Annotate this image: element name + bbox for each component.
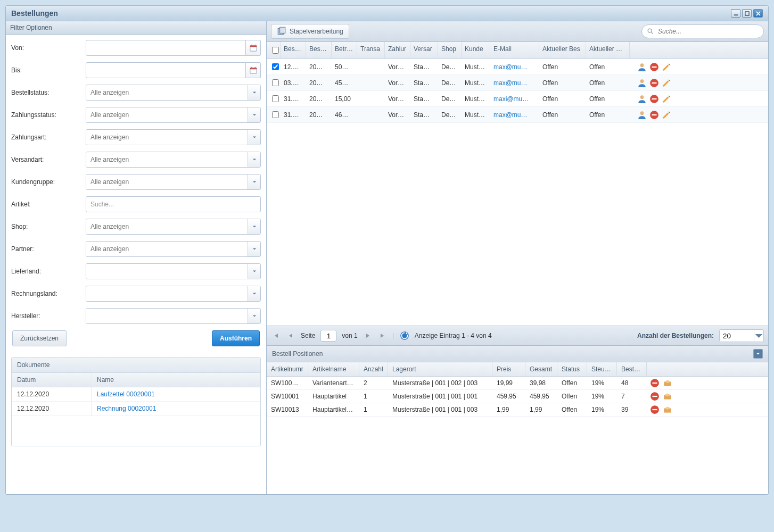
pcol-loc[interactable]: Lagerort <box>388 362 492 376</box>
col-transaktion[interactable]: Transa <box>357 42 385 59</box>
combo-zahlungsart[interactable] <box>86 129 261 145</box>
combo-bestellstatus-input[interactable] <box>86 85 248 100</box>
delete-icon[interactable] <box>650 405 660 414</box>
pager-last[interactable] <box>378 331 388 340</box>
select-all-checkbox[interactable] <box>272 47 279 54</box>
chevron-down-icon[interactable] <box>248 152 260 167</box>
search-field[interactable] <box>641 24 764 38</box>
open-article-icon[interactable] <box>663 392 672 401</box>
combo-shop[interactable] <box>86 219 261 235</box>
open-article-icon[interactable] <box>663 378 672 388</box>
cell-email[interactable]: max@mu… <box>490 109 539 121</box>
pcol-total[interactable]: Gesamt <box>525 362 557 376</box>
chevron-down-icon[interactable] <box>248 85 260 100</box>
pcol-no[interactable]: Artikelnumr <box>267 362 308 376</box>
pager-first[interactable] <box>271 331 281 340</box>
pcol-status[interactable]: Status <box>557 362 587 376</box>
position-row[interactable]: SW100… Variantenart… 2 Musterstraße | 00… <box>267 377 768 390</box>
delete-icon[interactable] <box>649 110 659 120</box>
edit-icon[interactable] <box>662 94 671 104</box>
refresh-button[interactable] <box>400 331 409 340</box>
chevron-down-icon[interactable] <box>248 219 260 234</box>
datepicker-bis-button[interactable] <box>246 62 261 78</box>
input-artikel[interactable] <box>86 196 261 212</box>
input-von[interactable] <box>86 40 246 56</box>
col-bestellnr[interactable]: Bestell <box>281 42 306 59</box>
cell-email[interactable]: max@mu… <box>490 61 539 73</box>
customer-icon[interactable] <box>637 62 647 72</box>
order-row[interactable]: 03.… 20… 45… Vor… Sta… De… Must… max@mu…… <box>267 75 768 91</box>
documents-col-name[interactable]: Name <box>92 373 260 387</box>
maximize-button[interactable] <box>742 9 752 18</box>
col-shop[interactable]: Shop <box>438 42 462 59</box>
pcol-price[interactable]: Preis <box>492 362 525 376</box>
chevron-down-icon[interactable] <box>248 242 260 256</box>
delete-icon[interactable] <box>650 378 660 388</box>
combo-lieferland[interactable] <box>86 263 261 279</box>
col-akt-bestell[interactable]: Aktueller Bes <box>539 42 586 59</box>
per-page-input[interactable] <box>720 330 754 342</box>
combo-partner-input[interactable] <box>86 242 248 256</box>
col-betrag[interactable]: Betrag <box>332 42 357 59</box>
pcol-tax[interactable]: Steuern <box>587 362 617 376</box>
pager-next[interactable] <box>363 331 373 340</box>
open-article-icon[interactable] <box>663 405 672 414</box>
input-bis[interactable] <box>86 62 246 78</box>
pager-prev[interactable] <box>286 331 295 340</box>
combo-versandart-input[interactable] <box>86 152 248 167</box>
combo-partner[interactable] <box>86 241 261 257</box>
combo-kundengruppe[interactable] <box>86 174 261 190</box>
edit-icon[interactable] <box>662 78 671 88</box>
combo-shop-input[interactable] <box>86 219 248 234</box>
combo-zahlungsart-input[interactable] <box>86 130 248 145</box>
batch-processing-button[interactable]: Stapelverarbeitung <box>271 24 349 39</box>
combo-lieferland-input[interactable] <box>86 264 248 279</box>
combo-bestellstatus[interactable] <box>86 85 261 101</box>
chevron-down-icon[interactable] <box>248 264 260 279</box>
delete-icon[interactable] <box>649 62 659 72</box>
search-input[interactable] <box>657 27 758 36</box>
pcol-stock[interactable]: Bestand <box>617 362 647 376</box>
cell-email[interactable]: maxi@mu… <box>490 93 539 105</box>
col-zahlung[interactable]: Zahlur <box>385 42 410 59</box>
chevron-down-icon[interactable] <box>248 174 260 189</box>
cell-email[interactable]: max@mu… <box>490 77 539 89</box>
col-bestellzeit[interactable]: Bestell <box>306 42 332 59</box>
chevron-down-icon[interactable] <box>248 107 260 122</box>
minimize-button[interactable] <box>731 9 740 18</box>
per-page-select[interactable] <box>719 329 764 342</box>
close-button[interactable] <box>753 9 763 18</box>
order-row[interactable]: 31.… 20… 15,00 Vor… Sta… De… Must… maxi@… <box>267 91 768 107</box>
order-row[interactable]: 12.… 20… 50… Vor… Sta… De… Must… max@mu…… <box>267 59 768 75</box>
customer-icon[interactable] <box>637 94 647 104</box>
pcol-qty[interactable]: Anzahl <box>359 362 388 376</box>
row-checkbox[interactable] <box>272 95 279 102</box>
pager-page-input[interactable] <box>320 330 336 342</box>
datepicker-von-button[interactable] <box>246 40 261 56</box>
document-link[interactable]: Laufzettel 00020001 <box>97 390 155 398</box>
combo-versandart[interactable] <box>86 152 261 168</box>
documents-col-date[interactable]: Datum <box>12 373 92 387</box>
combo-rechnungsland-input[interactable] <box>86 286 248 301</box>
chevron-down-icon[interactable] <box>248 309 260 323</box>
pcol-name[interactable]: Artikelname <box>308 362 359 376</box>
reset-button[interactable]: Zurücksetzen <box>12 330 67 346</box>
edit-icon[interactable] <box>662 110 671 120</box>
chevron-down-icon[interactable] <box>754 330 763 342</box>
delete-icon[interactable] <box>650 392 660 401</box>
combo-hersteller-input[interactable] <box>86 309 248 323</box>
delete-icon[interactable] <box>649 94 659 104</box>
combo-zahlungsstatus[interactable] <box>86 107 261 123</box>
combo-kundengruppe-input[interactable] <box>86 174 248 189</box>
run-button[interactable]: Ausführen <box>212 330 260 346</box>
row-checkbox[interactable] <box>272 63 279 70</box>
position-row[interactable]: SW10001 Hauptartikel 1 Musterstraße | 00… <box>267 390 768 403</box>
document-row[interactable]: 12.12.2020 Rechnung 00020001 <box>12 402 260 416</box>
document-link[interactable]: Rechnung 00020001 <box>97 405 156 412</box>
col-kunde[interactable]: Kunde <box>462 42 490 59</box>
collapse-positions-button[interactable] <box>753 349 763 359</box>
row-checkbox[interactable] <box>272 111 279 118</box>
document-row[interactable]: 12.12.2020 Laufzettel 00020001 <box>12 387 260 402</box>
combo-rechnungsland[interactable] <box>86 286 261 302</box>
chevron-down-icon[interactable] <box>248 130 260 145</box>
